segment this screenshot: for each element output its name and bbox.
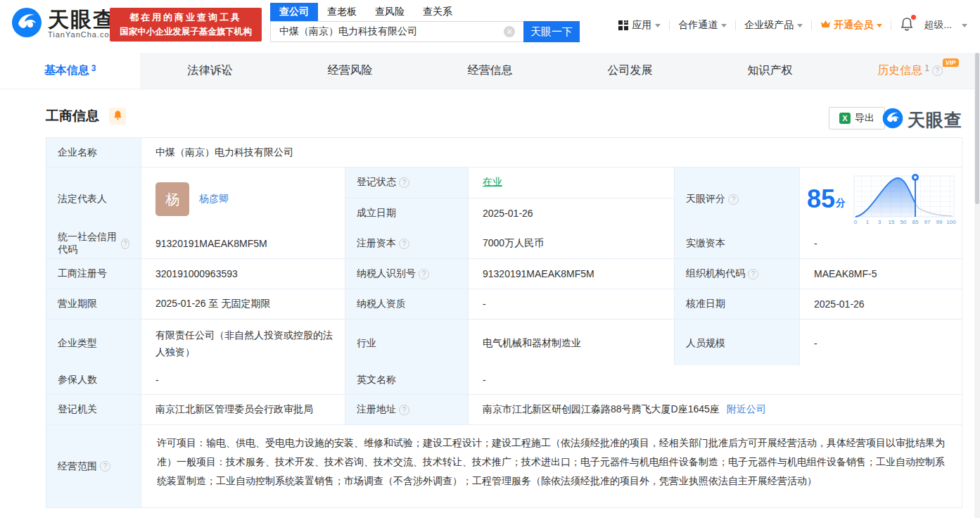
tab-history-info-label: 历史信息 [877, 63, 922, 78]
company-name-value: 中煤（南京）电力科技有限公司 [141, 138, 962, 168]
score-distribution-chart: 0 1 3 15 50 85 97 99 100 [851, 170, 957, 228]
menu-enterprise[interactable]: 企业级产品 [744, 19, 803, 32]
reg-status-value[interactable]: 在业 [483, 176, 502, 189]
menu-open-vip[interactable]: 开通会员 [820, 19, 882, 32]
score-value: 85 [807, 187, 835, 212]
search-tab-company[interactable]: 查公司 [270, 3, 318, 21]
reg-status-label: 登记状态 [357, 176, 396, 189]
tab-company-development-label: 公司发展 [608, 63, 653, 78]
paid-capital-label: 实缴资本 [675, 229, 800, 259]
taxpayer-quality-value: - [469, 289, 675, 320]
tick-label: 15 [889, 219, 895, 225]
insured-count-value: - [141, 365, 345, 395]
tab-basic-info-label: 基本信息 [44, 63, 89, 78]
help-icon[interactable]: ? [399, 239, 409, 249]
staff-size-value: - [800, 320, 962, 368]
taxpayer-quality-label: 纳税人资质 [345, 289, 469, 320]
search-tabs: 查公司 查老板 查风险 查关系 [270, 3, 580, 21]
menu-divider [891, 20, 891, 30]
notification-bell-icon[interactable] [900, 17, 914, 34]
tab-intellectual-property[interactable]: 知识产权 [700, 53, 840, 89]
legal-rep-link[interactable]: 杨彦卿 [199, 193, 229, 206]
reg-address-label-cell: 注册地址 ? [345, 395, 469, 425]
table-row: 登记机关 南京江北新区管理委员会行政审批局 注册地址 ? 南京市江北新区研创园江… [46, 395, 962, 425]
tab-operating-risk[interactable]: 经营风险 [280, 53, 420, 89]
staff-size-label: 人员规模 [675, 320, 800, 368]
approve-date-label: 核准日期 [675, 289, 800, 320]
tab-history-info-count: 1 [924, 63, 929, 73]
tab-basic-info[interactable]: 基本信息 3 [0, 53, 140, 89]
help-icon[interactable]: ? [399, 177, 409, 188]
establish-date-label-cell: 成立日期 [345, 198, 469, 229]
tab-company-development[interactable]: 公司发展 [560, 53, 700, 89]
tab-legal[interactable]: 法律诉讼 [140, 53, 280, 89]
tick-label: 0 [854, 219, 858, 225]
taxpayer-id-value: 91320191MAEAK8MF5M [469, 259, 675, 289]
table-row: 统一社会信用代码 ? 91320191MAEAK8MF5M 注册资本 ? 700… [46, 229, 962, 259]
help-icon[interactable]: ? [748, 269, 758, 279]
establish-date-label: 成立日期 [357, 207, 396, 220]
credit-code-value: 91320191MAEAK8MF5M [141, 229, 345, 259]
search-tab-boss[interactable]: 查老板 [318, 3, 366, 21]
menu-apps[interactable]: 应用 [618, 19, 661, 32]
slogan-line2: 国家中小企业发展子基金旗下机构 [120, 26, 252, 38]
section-title: 工商信息 [46, 107, 99, 125]
status-subtable: 登记状态 ? 在业 成立日期 2025-01-26 [345, 168, 675, 232]
logo-swirl-icon [11, 7, 42, 41]
tianyancha-logo[interactable]: 天眼查 TianYanCha.com [11, 7, 117, 41]
org-code-value: MAEAK8MF-5 [800, 259, 962, 289]
menu-enterprise-label: 企业级产品 [744, 19, 794, 32]
watermark-text: 天眼查 [908, 108, 962, 132]
table-row: 成立日期 2025-01-26 [345, 198, 674, 229]
tab-legal-label: 法律诉讼 [188, 63, 233, 78]
tab-operating-info[interactable]: 经营信息 [420, 53, 560, 89]
menu-user[interactable]: 超级... [924, 19, 967, 32]
export-button[interactable]: X 导出 [829, 107, 885, 130]
help-icon[interactable]: ? [100, 461, 110, 472]
credit-code-label-cell: 统一社会信用代码 ? [46, 229, 141, 259]
table-row: 登记状态 ? 在业 [345, 168, 674, 198]
company-nav-tabs: 基本信息 3 法律诉讼 经营风险 经营信息 公司发展 知识产权 VIP 历史信息… [0, 53, 980, 89]
section-header: 工商信息 X 导出 天眼查 [46, 107, 962, 131]
help-icon[interactable]: ? [728, 194, 739, 205]
help-icon[interactable]: ? [399, 405, 409, 415]
business-term-value: 2025-01-26 至 无固定期限 [141, 289, 345, 320]
insured-count-label: 参保人数 [46, 365, 141, 395]
menu-divider [669, 20, 670, 30]
watermark-swirl-icon [882, 108, 903, 132]
help-icon[interactable]: ? [419, 269, 429, 279]
subscribe-bell-icon[interactable] [109, 108, 126, 125]
score-unit: 分 [836, 197, 846, 210]
table-row: 企业类型 有限责任公司（非自然人投资或控股的法人独资） 行业 电气机械和器材制造… [46, 320, 962, 365]
menu-partner[interactable]: 合作通道 [678, 19, 727, 32]
search-tab-relation[interactable]: 查关系 [414, 3, 462, 21]
help-icon[interactable]: ? [121, 239, 129, 249]
establish-date-value: 2025-01-26 [469, 198, 674, 229]
score-cell: 85 分 [800, 168, 962, 232]
tab-history-info[interactable]: VIP 历史信息 1 ? [840, 53, 980, 89]
tick-label: 99 [936, 219, 943, 225]
clear-search-icon[interactable]: ✕ [504, 26, 515, 37]
page-scrollbar[interactable] [974, 53, 980, 518]
search-input[interactable] [270, 21, 523, 42]
tick-label: 100 [946, 219, 956, 225]
reg-capital-label-cell: 注册资本 ? [345, 229, 469, 259]
search-button[interactable]: 天眼一下 [523, 21, 580, 42]
search-tab-risk[interactable]: 查风险 [366, 3, 414, 21]
scrollbar-thumb[interactable] [975, 53, 979, 204]
chevron-down-icon [877, 24, 882, 27]
approve-date-value: 2025-01-26 [800, 289, 962, 320]
notification-dot [911, 15, 916, 20]
help-icon[interactable]: ? [932, 65, 943, 76]
legal-rep-cell: 杨 杨彦卿 [141, 168, 345, 232]
table-row: 企业名称 中煤（南京）电力科技有限公司 [46, 138, 962, 168]
reg-number-label: 工商注册号 [46, 259, 141, 289]
slogan-line1: 都在用的商业查询工具 [129, 11, 242, 24]
reg-capital-label: 注册资本 [357, 237, 396, 250]
reg-authority-value: 南京江北新区管理委员会行政审批局 [141, 395, 345, 425]
chevron-down-icon [721, 24, 727, 27]
nearby-companies-link[interactable]: 附近公司 [727, 403, 766, 416]
company-name-label: 企业名称 [46, 138, 141, 168]
tab-operating-info-label: 经营信息 [468, 63, 513, 78]
chevron-down-icon [655, 24, 661, 27]
